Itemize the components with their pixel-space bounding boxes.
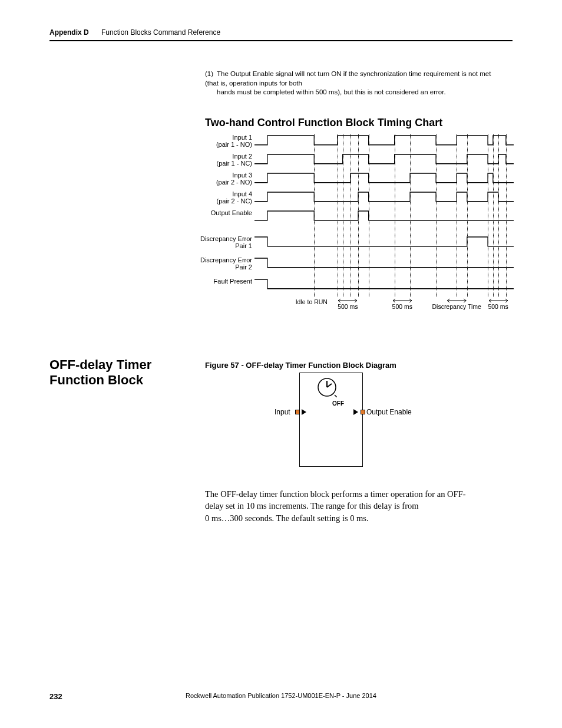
footnote-line2: hands must be completed within 500 ms), …	[217, 88, 505, 97]
header-appendix: Appendix D	[49, 28, 89, 37]
fbd-input-label: Input	[275, 408, 290, 416]
fbd-input-port	[295, 410, 300, 414]
signal-wave	[254, 154, 514, 165]
x-annotation: 500 ms	[488, 298, 509, 310]
clock-icon	[317, 377, 337, 397]
page-header: Appendix D Function Blocks Command Refer…	[49, 28, 513, 37]
triangle-right-icon	[353, 409, 358, 415]
signal-label: Input 3(pair 2 - NO)	[187, 172, 254, 186]
footnote-number: (1)	[205, 70, 217, 79]
signal-wave	[254, 211, 514, 222]
x-annotation: 500 ms	[392, 298, 413, 310]
timing-chart-title: Two-hand Control Function Block Timing C…	[205, 117, 442, 129]
x-annotation: Discrepancy Time	[432, 298, 481, 310]
body-line1: The OFF-delay timer function block perfo…	[205, 489, 466, 499]
page-number: 232	[49, 692, 62, 701]
signal-wave	[254, 173, 514, 184]
fbd-output-port	[361, 410, 365, 414]
body-line2: delay set in 10 ms increments. The range…	[205, 501, 419, 510]
body-paragraph: The OFF-delay timer function block perfo…	[205, 488, 505, 524]
svg-line-6	[327, 384, 332, 387]
header-title: Function Blocks Command Reference	[101, 28, 220, 37]
signal-label: Input 2(pair 1 - NC)	[187, 153, 254, 167]
triangle-right-icon	[302, 409, 306, 415]
signal-label: Discrepancy ErrorPair 2	[187, 257, 254, 271]
publication-info: Rockwell Automation Publication 1752-UM0…	[186, 692, 376, 699]
signal-label: Input 4(pair 2 - NC)	[187, 191, 254, 205]
signal-label: Discrepancy ErrorPair 1	[187, 236, 254, 249]
signal-label: Output Enable	[187, 210, 254, 217]
page-footer: 232 Rockwell Automation Publication 1752…	[49, 692, 513, 701]
figure-caption: Figure 57 - OFF-delay Timer Function Blo…	[205, 361, 396, 370]
signal-label: Fault Present	[187, 278, 254, 285]
function-block-diagram: OFF Input Output Enable	[271, 373, 389, 473]
signal-wave	[254, 136, 514, 146]
timing-chart: Input 1(pair 1 - NO)Input 2(pair 1 - NC)…	[205, 132, 514, 309]
fbd-off-label: OFF	[332, 400, 344, 407]
x-annotation: Idle to RUN	[296, 298, 328, 305]
fbd-output-label: Output Enable	[366, 408, 419, 416]
signal-wave	[254, 237, 514, 248]
body-line3: 0 ms…300 seconds. The default setting is…	[205, 513, 369, 523]
footnote: (1)The Output Enable signal will not tur…	[205, 70, 505, 97]
svg-line-7	[335, 395, 337, 397]
section-heading: OFF-delay Timer Function Block	[49, 357, 191, 388]
x-annotation: 500 ms	[337, 298, 358, 310]
signal-wave	[254, 192, 514, 203]
header-rule	[49, 40, 513, 41]
footnote-line1: The Output Enable signal will not turn O…	[205, 70, 491, 87]
signal-label: Input 1(pair 1 - NO)	[187, 134, 254, 148]
signal-wave	[254, 258, 514, 269]
signal-wave	[254, 279, 514, 290]
